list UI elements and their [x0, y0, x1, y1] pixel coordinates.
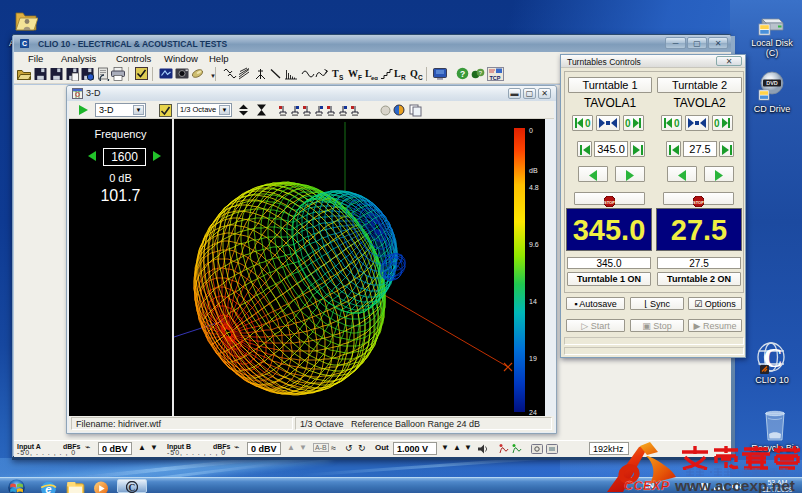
svg-text:TCP: TCP [490, 75, 501, 81]
svg-text:T: T [332, 68, 339, 79]
svg-text:0: 0 [625, 118, 631, 129]
svg-text:S: S [339, 74, 344, 81]
svg-text:L: L [394, 68, 401, 79]
svg-text:9.6: 9.6 [529, 241, 539, 248]
svg-text:4.8: 4.8 [529, 184, 539, 191]
svg-text:STOP: STOP [693, 200, 704, 205]
svg-text:0: 0 [529, 127, 533, 134]
svg-text:C: C [418, 74, 423, 81]
svg-text:eq: eq [371, 75, 378, 81]
svg-text:24: 24 [529, 409, 537, 415]
svg-text:?: ? [460, 69, 465, 79]
svg-text:0: 0 [714, 118, 720, 129]
svg-text:F: F [358, 74, 362, 81]
svg-text:19: 19 [529, 355, 537, 362]
svg-text:R: R [401, 74, 406, 81]
svg-text:dB: dB [529, 167, 538, 174]
svg-text:0: 0 [674, 118, 680, 129]
svg-text:0: 0 [585, 118, 591, 129]
svg-text:W: W [348, 68, 358, 79]
svg-text:14: 14 [529, 298, 537, 305]
svg-text:C: C [22, 40, 27, 47]
svg-text:DVD: DVD [766, 80, 778, 86]
svg-text:C: C [129, 483, 136, 493]
svg-text:Q: Q [410, 68, 418, 79]
svg-text:STOP: STOP [604, 200, 615, 205]
